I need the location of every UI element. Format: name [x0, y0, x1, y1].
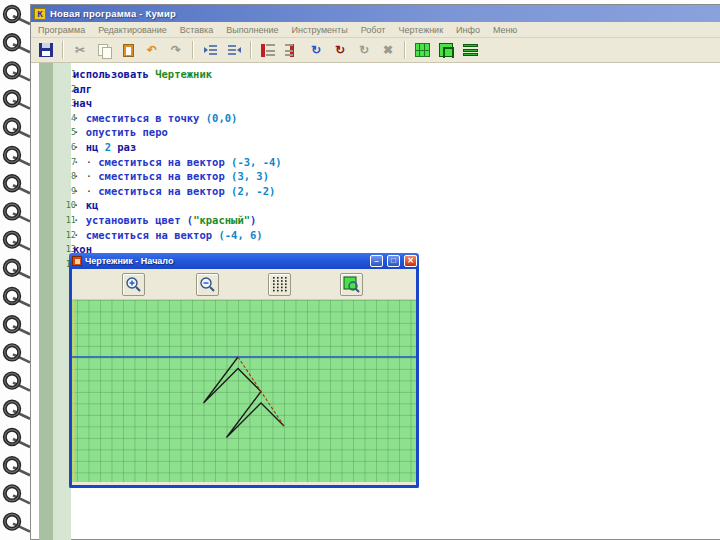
undo-icon[interactable]: ↶ [141, 40, 163, 61]
indent-increase-icon[interactable] [223, 40, 245, 61]
code-text: нач [73, 96, 92, 111]
close-button[interactable]: ✕ [404, 255, 417, 267]
code-text: · сместиться на вектор (-4, 6) [73, 228, 263, 243]
menu-item-8[interactable]: Инфо [456, 25, 480, 35]
indent-decrease-icon[interactable] [199, 40, 221, 61]
save-icon[interactable] [35, 40, 57, 61]
fit-view-icon[interactable] [340, 273, 363, 296]
menu-item-3[interactable]: Вставка [180, 25, 213, 35]
grid-toggle-icon[interactable] [268, 273, 291, 296]
code-text: · нц 2 раз [73, 140, 136, 155]
window-title: Новая программа - Кумир [50, 8, 176, 19]
exec-step-icon[interactable] [257, 40, 279, 61]
main-title-bar[interactable]: К Новая программа - Кумир [31, 5, 720, 22]
menu-item-6[interactable]: Робот [361, 25, 386, 35]
toolbar-separator [250, 41, 252, 59]
exec-pause-icon[interactable] [281, 40, 303, 61]
code-line: 11· установить цвет ("красный") [39, 213, 699, 228]
show-drawer-window-icon[interactable] [435, 40, 457, 61]
menu-item-4[interactable]: Выполнение [226, 25, 278, 35]
code-line: 3нач [39, 96, 699, 111]
show-field-grid-icon[interactable] [411, 40, 433, 61]
show-menu-lines-icon[interactable] [459, 40, 481, 61]
code-text: · опустить перо [73, 125, 168, 140]
zoom-in-icon[interactable] [122, 273, 145, 296]
menu-item-5[interactable]: Инструменты [292, 25, 348, 35]
code-text: · · сместиться на вектор (2, -2) [73, 184, 275, 199]
code-text: · · сместиться на вектор (3, 3) [73, 169, 269, 184]
redo-icon[interactable]: ↷ [165, 40, 187, 61]
code-line: 1использовать Чертежник [39, 67, 699, 82]
code-text: · · сместиться на вектор (-3, -4) [73, 155, 282, 170]
drawer-window-icon [72, 256, 82, 266]
code-line: 4· сместиться в точку (0,0) [39, 111, 699, 126]
code-text: использовать Чертежник [73, 67, 212, 82]
toolbar-separator [192, 41, 194, 59]
code-text: алг [73, 82, 92, 97]
code-text: · кц [73, 198, 98, 213]
code-line: 12· сместиться на вектор (-4, 6) [39, 228, 699, 243]
drawer-title-bar[interactable]: Чертежник - Начало – □ ✕ [69, 253, 419, 269]
code-line: 6· нц 2 раз [39, 140, 699, 155]
run-loop-red-icon[interactable]: ↻ [329, 40, 351, 61]
minimize-button[interactable]: – [370, 255, 383, 267]
drawer-child-window: Чертежник - Начало – □ ✕ [69, 269, 419, 488]
menu-item-9[interactable]: Меню [493, 25, 517, 35]
stop-icon[interactable]: ✖ [377, 40, 399, 61]
menu-item-7[interactable]: Чертежник [398, 25, 443, 35]
notebook-spiral-binding [0, 0, 34, 540]
code-line: 8· · сместиться на вектор (3, 3) [39, 169, 699, 184]
copy-icon[interactable] [93, 40, 115, 61]
drawer-field-canvas [72, 300, 416, 482]
menu-item-2[interactable]: Редактирование [98, 25, 167, 35]
code-line: 2алг [39, 82, 699, 97]
main-toolbar: ✂↶↷↻↻↻✖ [31, 38, 720, 63]
slide-background: { "window": { "title": "Новая программа … [0, 0, 720, 540]
drawer-window-title: Чертежник - Начало [85, 256, 366, 266]
kumir-main-window: К Новая программа - Кумир ПрограммаРедак… [30, 4, 720, 540]
code-line: 7· · сместиться на вектор (-3, -4) [39, 155, 699, 170]
run-loop-gray-icon[interactable]: ↻ [353, 40, 375, 61]
code-line: 5· опустить перо [39, 125, 699, 140]
maximize-button[interactable]: □ [387, 255, 400, 267]
zoom-out-icon[interactable] [196, 273, 219, 296]
kumir-app-icon: К [34, 8, 46, 20]
paste-icon[interactable] [117, 40, 139, 61]
code-line: 9· · сместиться на вектор (2, -2) [39, 184, 699, 199]
code-line: 10· кц [39, 198, 699, 213]
code-text: · сместиться в точку (0,0) [73, 111, 237, 126]
toolbar-separator [62, 41, 64, 59]
cut-icon[interactable]: ✂ [69, 40, 91, 61]
code-editor[interactable]: 1использовать Чертежник2алг3нач4· смести… [39, 67, 699, 277]
run-loop-blue-icon[interactable]: ↻ [305, 40, 327, 61]
toolbar-separator [404, 41, 406, 59]
menu-item-1[interactable]: Программа [38, 25, 85, 35]
menu-bar: ПрограммаРедактированиеВставкаВыполнение… [31, 22, 720, 38]
code-text: · установить цвет ("красный") [73, 213, 256, 228]
drawer-toolbar [72, 269, 416, 300]
